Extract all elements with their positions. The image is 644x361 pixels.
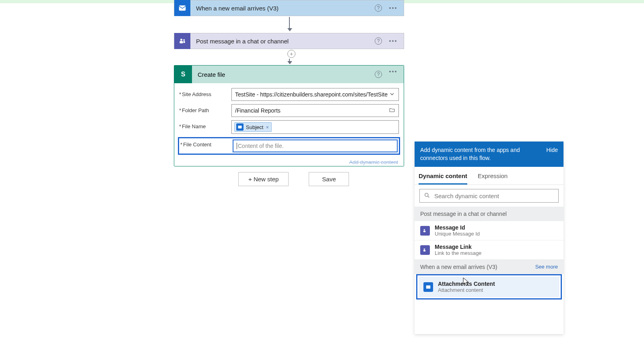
help-icon[interactable]: ? xyxy=(375,4,382,12)
svg-rect-11 xyxy=(423,250,425,252)
field-site-address: *Site Address TestSite - https://citizen… xyxy=(179,88,399,101)
field-file-name: *File Name Subject × xyxy=(179,120,399,134)
help-icon[interactable]: ? xyxy=(375,37,382,45)
dc-group-header: When a new email arrives (V3) See more xyxy=(415,260,564,274)
flow-card-create-file: S Create file ? *Site Address TestSite -… xyxy=(174,65,404,166)
add-dynamic-content-link[interactable]: Add dynamic content xyxy=(349,159,398,165)
more-icon[interactable] xyxy=(389,71,396,78)
svg-rect-0 xyxy=(179,6,186,11)
dc-group-title: Post message in a chat or channel xyxy=(420,211,507,217)
add-step-inline-icon[interactable]: + xyxy=(287,50,295,58)
dc-hide-button[interactable]: Hide xyxy=(546,146,558,154)
help-icon[interactable]: ? xyxy=(375,71,382,78)
dc-item-message-id[interactable]: Message Id Unique Message Id xyxy=(415,221,564,240)
svg-point-1 xyxy=(180,39,182,41)
label-site-address: Site Address xyxy=(182,91,211,97)
create-file-title: Create file xyxy=(192,71,375,78)
svg-rect-9 xyxy=(423,231,425,232)
dc-item-title: Message Link xyxy=(435,244,481,250)
flow-arrow: + xyxy=(287,50,291,64)
tab-dynamic-content[interactable]: Dynamic content xyxy=(419,170,467,185)
dc-item-message-link[interactable]: Message Link Link to the message xyxy=(415,240,564,260)
site-address-dropdown[interactable]: TestSite - https://citizenbuilders.share… xyxy=(231,88,399,101)
teams-icon xyxy=(174,33,190,49)
search-icon xyxy=(424,192,430,200)
dc-item-attachments-content[interactable]: Attachments Content Attachment content xyxy=(419,277,559,297)
token-remove-icon[interactable]: × xyxy=(266,124,269,130)
chevron-down-icon xyxy=(389,91,395,98)
see-more-link[interactable]: See more xyxy=(535,264,558,270)
dc-item-subtitle: Link to the message xyxy=(435,250,481,256)
svg-rect-4 xyxy=(184,41,185,43)
trigger-title: When a new email arrives (V3) xyxy=(190,5,375,12)
folder-path-value: /Financial Reports xyxy=(235,107,281,114)
dc-group-header: Post message in a chat or channel xyxy=(415,207,564,221)
new-step-button[interactable]: + New step xyxy=(238,172,289,186)
site-address-value: TestSite - https://citizenbuilders.share… xyxy=(235,91,388,98)
outlook-icon xyxy=(423,282,433,292)
field-file-content-highlight: *File Content Content of the file. xyxy=(178,137,400,155)
svg-rect-3 xyxy=(180,41,183,43)
dc-search-input[interactable]: Search dynamic content xyxy=(419,189,559,203)
svg-line-7 xyxy=(428,196,429,197)
action1-title: Post message in a chat or channel xyxy=(190,38,375,45)
teams-icon xyxy=(420,245,430,255)
folder-path-input[interactable]: /Financial Reports xyxy=(231,104,399,117)
folder-picker-icon[interactable] xyxy=(389,107,395,115)
file-content-input[interactable]: Content of the file. xyxy=(233,139,398,152)
token-subject[interactable]: Subject × xyxy=(234,122,272,132)
svg-rect-5 xyxy=(238,126,242,129)
flow-card-trigger[interactable]: When a new email arrives (V3) ? xyxy=(174,0,404,16)
outlook-icon xyxy=(174,0,190,16)
file-content-placeholder: Content of the file. xyxy=(237,143,284,149)
tab-expression[interactable]: Expression xyxy=(478,170,508,185)
save-button[interactable]: Save xyxy=(309,172,349,186)
dc-header-text: Add dynamic content from the apps and co… xyxy=(420,146,543,162)
more-icon[interactable] xyxy=(389,7,396,9)
flow-arrow xyxy=(287,17,291,31)
label-folder-path: Folder Path xyxy=(182,107,209,113)
svg-point-10 xyxy=(424,248,425,250)
dc-item-title: Attachments Content xyxy=(438,281,495,287)
dc-search-placeholder: Search dynamic content xyxy=(434,193,499,199)
more-icon[interactable] xyxy=(389,40,396,42)
create-file-header[interactable]: S Create file ? xyxy=(174,66,404,83)
svg-rect-12 xyxy=(426,285,431,289)
dc-item-attachments-content-highlight: Attachments Content Attachment content xyxy=(416,274,562,299)
dc-panel-header: Add dynamic content from the apps and co… xyxy=(415,142,564,167)
dc-item-subtitle: Unique Message Id xyxy=(435,231,480,237)
outlook-icon xyxy=(236,123,244,131)
flow-card-post-message[interactable]: Post message in a chat or channel ? xyxy=(174,33,404,49)
svg-point-2 xyxy=(183,39,185,41)
dynamic-content-panel: Add dynamic content from the apps and co… xyxy=(415,142,564,334)
label-file-content: File Content xyxy=(183,142,211,148)
dc-item-subtitle: Attachment content xyxy=(438,287,495,293)
file-name-input[interactable]: Subject × xyxy=(231,120,399,134)
token-subject-label: Subject xyxy=(246,124,263,130)
svg-point-6 xyxy=(425,193,428,196)
svg-point-8 xyxy=(424,229,425,231)
sharepoint-icon: S xyxy=(174,66,192,83)
dc-item-title: Message Id xyxy=(435,224,480,231)
label-file-name: File Name xyxy=(182,123,206,129)
field-folder-path: *Folder Path /Financial Reports xyxy=(179,104,399,117)
dc-group-title: When a new email arrives (V3) xyxy=(420,264,497,270)
teams-icon xyxy=(420,226,430,236)
